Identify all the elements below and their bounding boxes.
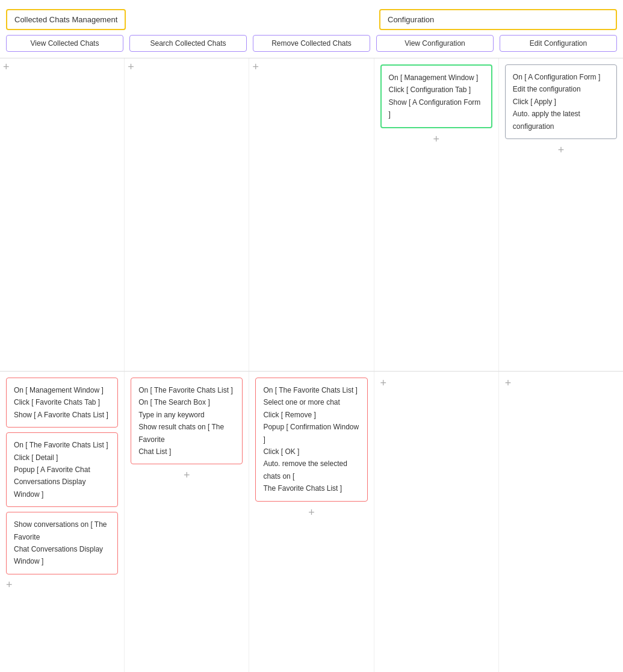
bottom-view-card1: On [ Management Window ] Click [ Favorit… — [6, 378, 118, 428]
plus-below-remove-card1[interactable]: + — [255, 506, 367, 519]
column-edit-config: On [ A Configuration Form ] Edit the con… — [499, 58, 623, 371]
tab-remove-collected[interactable]: Remove Collected Chats — [253, 35, 370, 52]
plus-bottom-col4[interactable]: + — [380, 378, 387, 388]
brc1-line4: Popup [ Confirmation Window ] — [263, 421, 359, 446]
bsc1-line4: Show result chats on [ The Favorite — [138, 421, 235, 446]
plus-below-edit-config-card1[interactable]: + — [505, 144, 617, 157]
bottom-col-search-collected: On [ The Favorite Chats List ] On [ The … — [125, 372, 249, 672]
bvc2-line1: On [ The Favorite Chats List ] — [14, 439, 110, 451]
plus-bottom-view-collected[interactable]: + — [6, 579, 13, 590]
tab-edit-config[interactable]: Edit Configuration — [500, 35, 617, 52]
bottom-col-remove-collected: On [ The Favorite Chats List ] Select on… — [249, 372, 374, 672]
bottom-search-card1: On [ The Favorite Chats List ] On [ The … — [131, 378, 243, 464]
plus-below-search-card1[interactable]: + — [131, 469, 243, 482]
view-config-line2: Click [ Configuration Tab ] — [389, 84, 484, 96]
bottom-view-card2: On [ The Favorite Chats List ] Click [ D… — [6, 432, 118, 507]
tab-view-config[interactable]: View Configuration — [376, 35, 494, 52]
bsc1-line3: Type in any keyword — [138, 409, 235, 421]
view-config-card1: On [ Management Window ] Click [ Configu… — [380, 64, 492, 128]
bvc2-line3: Popup [ A Favorite Chat — [14, 464, 110, 476]
edit-config-line3: Click [ Apply ] — [513, 96, 609, 108]
bvc3-line2: Chat Conversations Display Window ] — [14, 543, 110, 568]
edit-config-line2: Edit the configuration — [513, 83, 609, 95]
plus-add-search-collected[interactable]: + — [128, 61, 134, 72]
plus-below-view-config-card1[interactable]: + — [380, 133, 492, 146]
column-remove-collected: + — [249, 58, 374, 371]
brc1-line7: The Favorite Chats List ] — [263, 482, 359, 494]
bvc2-line4: Conversations Display Window ] — [14, 476, 110, 500]
plus-add-remove-collected[interactable]: + — [252, 61, 259, 72]
bvc1-line1: On [ Management Window ] — [14, 384, 110, 396]
bottom-col-empty2: + — [499, 372, 623, 672]
column-search-collected: + — [125, 58, 249, 371]
brc1-line3: Click [ Remove ] — [263, 409, 359, 421]
bottom-col-view-collected: On [ Management Window ] Click [ Favorit… — [0, 372, 125, 672]
bvc1-line3: Show [ A Favorite Chats List ] — [14, 409, 110, 421]
plus-add-view-collected[interactable]: + — [3, 61, 10, 72]
view-config-line3: Show [ A Configuration Form ] — [389, 96, 484, 121]
bvc2-line2: Click [ Detail ] — [14, 452, 110, 464]
column-view-collected: + — [0, 58, 125, 371]
bottom-view-card3: Show conversations on [ The Favorite Cha… — [6, 512, 118, 574]
edit-config-card1: On [ A Configuration Form ] Edit the con… — [505, 64, 617, 139]
column-view-config: On [ Management Window ] Click [ Configu… — [374, 58, 499, 371]
edit-config-line4: Auto. apply the latest configuration — [513, 108, 609, 132]
bsc1-line1: On [ The Favorite Chats List ] — [138, 384, 235, 396]
edit-config-line1: On [ A Configuration Form ] — [513, 71, 609, 83]
brc1-line1: On [ The Favorite Chats List ] — [263, 384, 359, 396]
tab-view-collected[interactable]: View Collected Chats — [6, 35, 123, 52]
brc1-line2: Select one or more chat — [263, 396, 359, 408]
bsc1-line5: Chat List ] — [138, 446, 235, 458]
bvc1-line2: Click [ Favorite Chats Tab ] — [14, 396, 110, 408]
configuration-title: Configuration — [379, 9, 617, 30]
bsc1-line2: On [ The Search Box ] — [138, 396, 235, 408]
plus-bottom-col5[interactable]: + — [505, 378, 512, 388]
tab-search-collected[interactable]: Search Collected Chats — [129, 35, 247, 52]
collected-chats-title: Collected Chats Management — [6, 9, 126, 30]
bvc3-line1: Show conversations on [ The Favorite — [14, 518, 110, 543]
brc1-line6: Auto. remove the selected chats on [ — [263, 458, 359, 482]
brc1-line5: Click [ OK ] — [263, 446, 359, 458]
view-config-line1: On [ Management Window ] — [389, 72, 484, 84]
bottom-remove-card1: On [ The Favorite Chats List ] Select on… — [255, 378, 367, 502]
bottom-col-empty1: + — [374, 372, 499, 672]
